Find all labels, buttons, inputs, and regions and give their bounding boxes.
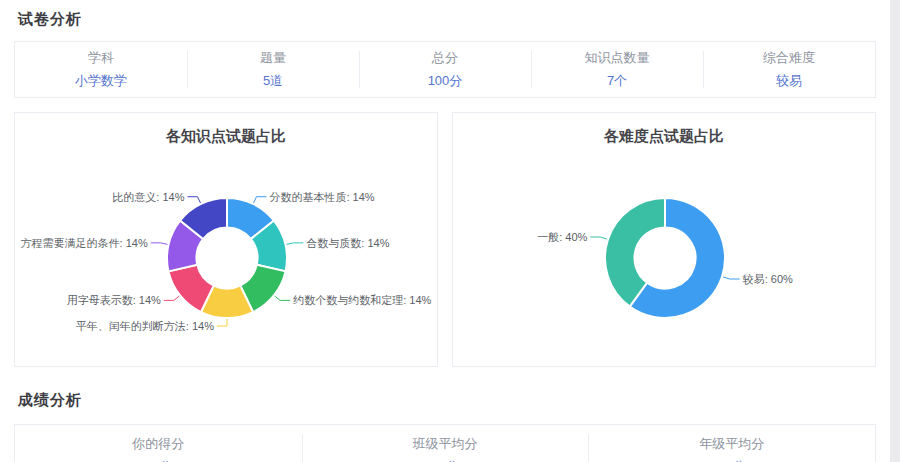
section-title-score-analysis: 成绩分析 <box>18 391 900 410</box>
stat-value: 5道 <box>263 72 283 90</box>
knowledge-donut-chart[interactable]: 分数的基本性质: 14%合数与质数: 14%约数个数与约数和定理: 14%平年、… <box>15 148 438 362</box>
stat-grade-average: 年级平均分 80分 <box>588 425 875 462</box>
stat-value: 7个 <box>607 72 627 90</box>
stat-overall-difficulty: 综合难度 较易 <box>703 42 875 97</box>
stat-label: 题量 <box>260 49 286 67</box>
label-line <box>217 319 227 326</box>
slice-label: 用字母表示数: 14% <box>67 294 161 306</box>
page-right-gutter <box>890 0 900 462</box>
stat-class-average: 班级平均分 90分 <box>302 425 589 462</box>
difficulty-chart-title: 各难度点试题占比 <box>453 127 875 146</box>
score-stats-bar: 你的得分 90分 班级平均分 90分 年级平均分 80分 <box>14 424 876 462</box>
stat-total-score: 总分 100分 <box>359 42 531 97</box>
label-line <box>275 296 290 300</box>
stat-label: 班级平均分 <box>413 435 478 453</box>
label-line <box>286 243 303 245</box>
label-line <box>590 237 607 239</box>
slice-label: 一般: 40% <box>537 231 587 243</box>
knowledge-chart-card: 各知识点试题占比 分数的基本性质: 14%合数与质数: 14%约数个数与约数和定… <box>14 112 438 367</box>
stat-label: 你的得分 <box>132 435 184 453</box>
label-line <box>723 277 740 279</box>
stat-value: 80分 <box>718 458 745 462</box>
charts-row: 各知识点试题占比 分数的基本性质: 14%合数与质数: 14%约数个数与约数和定… <box>14 112 876 367</box>
stat-subject: 学科 小学数学 <box>15 42 187 97</box>
difficulty-chart-card: 各难度点试题占比 较易: 60%一般: 40% <box>452 112 876 367</box>
slice-label: 平年、闰年的判断方法: 14% <box>76 320 214 332</box>
stat-label: 年级平均分 <box>699 435 764 453</box>
stat-value: 100分 <box>428 72 463 90</box>
label-line <box>151 243 168 245</box>
stat-value: 较易 <box>776 72 802 90</box>
slice-label: 较易: 60% <box>742 273 793 285</box>
slice-label: 分数的基本性质: 14% <box>270 191 375 203</box>
stat-your-score: 你的得分 90分 <box>15 425 302 462</box>
stat-question-count: 题量 5道 <box>187 42 359 97</box>
stat-value: 小学数学 <box>75 72 127 90</box>
slice-label: 方程需要满足的条件: 14% <box>21 237 148 249</box>
stat-label: 知识点数量 <box>585 49 650 67</box>
section-title-paper-analysis: 试卷分析 <box>18 0 900 29</box>
stat-label: 学科 <box>88 49 114 67</box>
difficulty-donut-chart[interactable]: 较易: 60%一般: 40% <box>453 148 876 362</box>
label-line <box>164 296 179 300</box>
paper-stats-bar: 学科 小学数学 题量 5道 总分 100分 知识点数量 7个 综合难度 较易 <box>14 41 876 98</box>
slice-label: 约数个数与约数和定理: 14% <box>292 294 431 306</box>
stat-label: 综合难度 <box>763 49 815 67</box>
slice-label: 合数与质数: 14% <box>306 237 389 249</box>
stat-value: 90分 <box>431 458 458 462</box>
stat-label: 总分 <box>432 49 458 67</box>
knowledge-chart-title: 各知识点试题占比 <box>15 127 437 146</box>
label-line <box>187 197 200 203</box>
stat-value: 90分 <box>145 458 172 462</box>
stat-knowledge-point-count: 知识点数量 7个 <box>531 42 703 97</box>
slice-label: 比的意义: 14% <box>112 191 184 203</box>
label-line <box>253 197 266 203</box>
